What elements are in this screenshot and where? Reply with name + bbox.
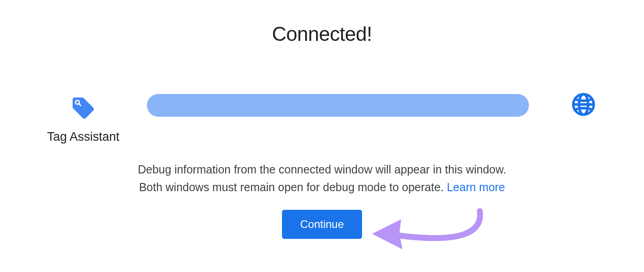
tag-assistant-icon bbox=[70, 94, 97, 122]
page-title: Connected! bbox=[0, 23, 644, 45]
annotation-arrow-icon bbox=[368, 207, 496, 261]
info-line-1: Debug information from the connected win… bbox=[138, 163, 506, 176]
tag-assistant-block: Tag Assistant bbox=[33, 94, 133, 144]
continue-button[interactable]: Continue bbox=[282, 210, 362, 239]
connection-row: Tag Assistant bbox=[0, 91, 644, 147]
connection-progress-bar bbox=[147, 94, 529, 117]
tag-assistant-label: Tag Assistant bbox=[47, 130, 119, 144]
info-line-2: Both windows must remain open for debug … bbox=[139, 181, 447, 193]
info-text: Debug information from the connected win… bbox=[0, 161, 644, 196]
learn-more-link[interactable]: Learn more bbox=[447, 181, 505, 193]
globe-block bbox=[556, 91, 611, 120]
globe-icon bbox=[570, 91, 597, 120]
